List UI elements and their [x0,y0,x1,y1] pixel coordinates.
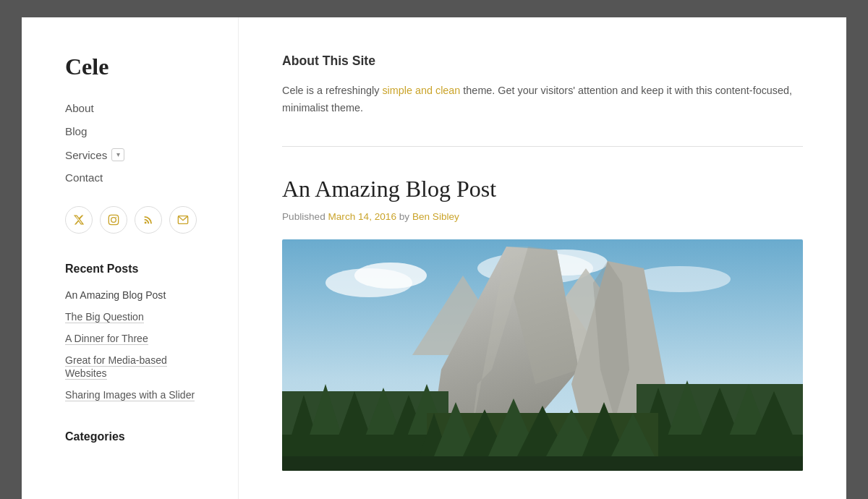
post-date[interactable]: March 14, 2016 [328,211,396,222]
nav-menu: About Blog Services ▾ Contact [65,102,209,184]
email-icon[interactable] [169,206,197,234]
main-content: About This Site Cele is a refreshingly s… [239,17,846,499]
categories-heading: Categories [65,430,209,443]
nav-item-blog[interactable]: Blog [65,125,209,138]
nav-item-contact[interactable]: Contact [65,171,209,184]
social-icons [65,206,209,234]
list-item[interactable]: Sharing Images with a Slider [65,388,209,401]
post-title[interactable]: An Amazing Blog Post [282,176,803,202]
about-text: Cele is a refreshingly simple and clean … [282,82,803,117]
post-image [282,239,803,471]
svg-point-2 [116,217,116,218]
list-item[interactable]: A Dinner for Three [65,332,209,345]
about-text-part1: Cele is a refreshingly [282,85,382,96]
sidebar: Cele About Blog Services ▾ Contact [22,17,239,499]
main-nav: About Blog Services ▾ Contact [65,102,209,184]
blog-post: An Amazing Blog Post Published March 14,… [282,176,803,471]
nav-link-contact[interactable]: Contact [65,171,103,184]
svg-rect-0 [109,215,118,224]
svg-rect-42 [282,456,803,471]
svg-point-1 [111,218,116,223]
by-text: by [396,211,412,222]
nav-link-blog[interactable]: Blog [65,125,87,137]
recent-post-link-1[interactable]: An Amazing Blog Post [65,289,166,301]
recent-post-link-3[interactable]: A Dinner for Three [65,333,148,345]
nav-item-services[interactable]: Services ▾ [65,148,209,161]
rss-icon[interactable] [135,206,162,234]
site-title[interactable]: Cele [65,54,209,80]
nav-item-about[interactable]: About [65,102,209,115]
recent-post-link-5[interactable]: Sharing Images with a Slider [65,389,195,401]
list-item[interactable]: An Amazing Blog Post [65,289,209,302]
recent-post-link-4[interactable]: Great for Media-based Websites [65,354,167,380]
chevron-down-icon[interactable]: ▾ [111,148,124,161]
about-title: About This Site [282,54,803,69]
recent-posts-list: An Amazing Blog Post The Big Question A … [65,289,209,401]
post-author[interactable]: Ben Sibley [412,211,459,222]
instagram-icon[interactable] [100,206,127,234]
published-prefix: Published [282,211,328,222]
list-item[interactable]: The Big Question [65,310,209,323]
twitter-icon[interactable] [65,206,93,234]
list-item[interactable]: Great for Media-based Websites [65,354,209,380]
post-meta: Published March 14, 2016 by Ben Sibley [282,211,803,222]
recent-post-link-2[interactable]: The Big Question [65,311,144,323]
recent-posts-heading: Recent Posts [65,263,209,276]
nav-link-services[interactable]: Services [65,149,107,161]
nav-link-about[interactable]: About [65,102,94,114]
about-section: About This Site Cele is a refreshingly s… [282,54,803,147]
svg-point-6 [354,263,427,289]
about-link[interactable]: simple and clean [382,85,460,96]
